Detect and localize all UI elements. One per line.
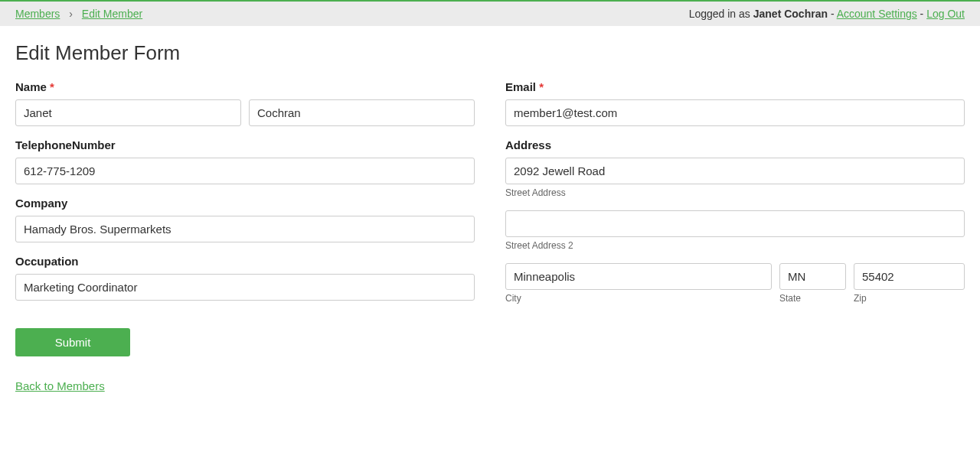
page-title: Edit Member Form <box>15 41 965 65</box>
company-field[interactable] <box>15 216 475 242</box>
telephone-label: TelephoneNumber <box>15 138 475 151</box>
form-grid: Name * TelephoneNumber Company Occupatio… <box>15 80 965 392</box>
left-column: Name * TelephoneNumber Company Occupatio… <box>15 80 475 392</box>
first-name-field[interactable] <box>15 99 241 126</box>
name-label-text: Name <box>15 80 47 93</box>
telephone-field[interactable] <box>15 158 475 184</box>
occupation-label: Occupation <box>15 255 475 268</box>
occupation-group: Occupation <box>15 255 475 301</box>
city-state-zip-group: City State Zip <box>505 263 965 304</box>
main-container: Edit Member Form Name * TelephoneNumber … <box>0 26 980 408</box>
street-address-2-sublabel: Street Address 2 <box>505 240 965 251</box>
telephone-group: TelephoneNumber <box>15 138 475 184</box>
occupation-field[interactable] <box>15 274 475 301</box>
email-label-text: Email <box>505 80 536 93</box>
city-field[interactable] <box>505 263 772 290</box>
chevron-right-icon: › <box>69 8 73 20</box>
company-group: Company <box>15 197 475 242</box>
company-label: Company <box>15 197 475 210</box>
street-address-2-field[interactable] <box>505 210 965 237</box>
address-group: Address Street Address <box>505 138 965 198</box>
email-label: Email * <box>505 80 965 93</box>
breadcrumb: Members › Edit Member <box>15 8 142 20</box>
state-sublabel: State <box>779 293 846 304</box>
city-state-zip-row: City State Zip <box>505 263 965 304</box>
street-address-sublabel: Street Address <box>505 187 965 198</box>
address2-group: Street Address 2 <box>505 210 965 251</box>
street-address-field[interactable] <box>505 158 965 184</box>
separator: - <box>831 8 837 20</box>
separator: - <box>920 8 927 20</box>
account-settings-link[interactable]: Account Settings <box>837 8 917 20</box>
address-label: Address <box>505 138 965 151</box>
city-sublabel: City <box>505 293 772 304</box>
state-field[interactable] <box>779 263 846 290</box>
zip-field[interactable] <box>854 263 965 290</box>
log-out-link[interactable]: Log Out <box>926 8 965 20</box>
logged-in-user-name: Janet Cochran <box>753 8 828 20</box>
email-group: Email * <box>505 80 965 126</box>
logged-in-as-label: Logged in as <box>689 8 753 20</box>
name-label: Name * <box>15 80 475 93</box>
user-info: Logged in as Janet Cochran - Account Set… <box>689 8 965 20</box>
required-mark: * <box>539 80 544 93</box>
zip-sublabel: Zip <box>854 293 965 304</box>
back-to-members-link[interactable]: Back to Members <box>15 379 475 392</box>
required-mark: * <box>50 80 54 93</box>
name-group: Name * <box>15 80 475 126</box>
submit-button[interactable]: Submit <box>15 328 130 356</box>
top-bar: Members › Edit Member Logged in as Janet… <box>0 2 980 26</box>
right-column: Email * Address Street Address Street Ad… <box>505 80 965 392</box>
name-input-row <box>15 99 475 126</box>
email-field[interactable] <box>505 99 965 126</box>
breadcrumb-members-link[interactable]: Members <box>15 8 60 20</box>
breadcrumb-edit-member-link[interactable]: Edit Member <box>82 8 142 20</box>
last-name-field[interactable] <box>249 99 475 126</box>
